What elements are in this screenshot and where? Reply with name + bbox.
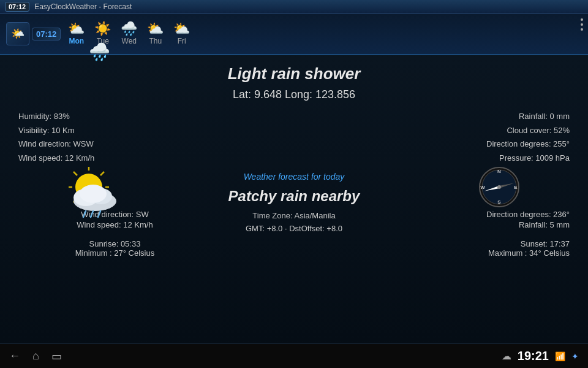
fri-icon: ⛅ [173, 22, 190, 36]
cloud-icon: ☁ [502, 350, 511, 362]
title-bar: 07:12 EasyClockWeather - Forecast [0, 0, 588, 13]
wind-direction: Wind direction: WSW [18, 138, 266, 150]
main-content: Light rain shower Lat: 9.648 Long: 123.8… [0, 55, 588, 343]
app-title: EasyClockWeather - Forecast [34, 2, 132, 11]
sunrise-section: Sunrise: 05:33 Minimum : 27° Celsius [18, 239, 211, 258]
bluetooth-icon: ✦ [571, 351, 579, 361]
home-button[interactable]: ⌂ [32, 350, 39, 362]
nav-bar: 🌤️ 07:12 ⛅ Mon ☀️ Tue 🌧️ Wed ⛅ Thu ⛅ Fri [0, 13, 588, 55]
sunset: Sunset: 17:37 [377, 239, 570, 248]
gmt: GMT: +8.0 · DstOffset: +8.0 [246, 223, 342, 236]
mon-icon: ⛅ [68, 22, 85, 36]
three-dot-menu[interactable] [581, 18, 583, 31]
system-bar: ← ⌂ ▭ ☁ 19:21 📶 ✦ [0, 343, 588, 368]
middle-section: Weather forecast for today N S E W [18, 172, 570, 182]
back-button[interactable]: ← [9, 350, 20, 362]
svg-line-14 [91, 211, 93, 217]
dot1 [581, 18, 583, 21]
humidity: Humidity: 83% [18, 110, 266, 123]
tue-icon: ☀️ [94, 22, 111, 36]
wifi-icon: 📶 [555, 351, 565, 361]
svg-text:W: W [480, 185, 485, 190]
dot2 [581, 23, 583, 26]
svg-text:N: N [497, 169, 501, 174]
svg-line-7 [100, 172, 104, 175]
rain-indicator: 🌧️ [89, 42, 110, 62]
direction-degrees: Direction degrees: 255° [322, 138, 570, 150]
rainfall: Rainfall: 0 mm [322, 110, 570, 123]
thu-icon: ⛅ [147, 22, 164, 36]
nav-day-thu[interactable]: ⛅ Thu [147, 22, 164, 45]
wed-icon: 🌧️ [121, 22, 137, 36]
nav-day-mon[interactable]: ⛅ Mon [68, 22, 85, 45]
stats-row-1: Humidity: 83% Visibility: 10 Km Wind dir… [18, 110, 570, 166]
dot3 [581, 28, 583, 31]
sunrise: Sunrise: 05:33 [18, 239, 211, 248]
stats-right-2: Direction degrees: 236° Rainfall: 5 mm [377, 210, 570, 236]
min-temp: Minimum : 27° Celsius [18, 248, 211, 258]
weather-title: Light rain shower [18, 64, 570, 83]
svg-point-12 [80, 185, 107, 203]
svg-text:E: E [514, 185, 518, 190]
sys-nav-buttons: ← ⌂ ▭ [9, 350, 62, 363]
nav-day-wed[interactable]: 🌧️ Wed [121, 22, 137, 45]
direction-degrees-2: Direction degrees: 236° [377, 210, 570, 219]
thu-label: Thu [149, 37, 162, 45]
svg-line-5 [74, 172, 77, 175]
timezone: Time Zone: Asia/Manila [246, 210, 342, 223]
pressure: Pressure: 1009 hPa [322, 152, 570, 164]
sys-status: ☁ 19:21 📶 ✦ [502, 349, 579, 363]
stats-right-1: Rainfall: 0 mm Cloud cover: 52% Directio… [322, 110, 570, 166]
stats-left-1: Humidity: 83% Visibility: 10 Km Wind dir… [18, 110, 266, 166]
max-temp: Maximum : 34° Celsius [377, 248, 570, 258]
svg-text:S: S [497, 199, 501, 205]
weather-image [55, 166, 135, 223]
svg-line-13 [83, 211, 86, 217]
wind-speed: Wind speed: 12 Km/h [18, 152, 266, 164]
nav-day-fri[interactable]: ⛅ Fri [173, 22, 190, 45]
system-time: 19:21 [518, 349, 549, 363]
sunset-section: Sunset: 17:37 Maximum : 34° Celsius [377, 239, 570, 258]
sunrise-sunset-row: Sunrise: 05:33 Minimum : 27° Celsius Sun… [18, 239, 570, 258]
coordinates: Lat: 9.648 Long: 123.856 [18, 88, 570, 101]
svg-line-15 [98, 211, 100, 217]
stats-center-2: Time Zone: Asia/Manila GMT: +8.0 · DstOf… [246, 210, 342, 236]
forecast-link[interactable]: Weather forecast for today [244, 172, 345, 182]
fri-label: Fri [178, 37, 186, 45]
rainfall-2: Rainfall: 5 mm [377, 220, 570, 229]
weather-widget-icon: 🌤️ [6, 22, 29, 45]
visibility: Visibility: 10 Km [18, 125, 266, 137]
mon-label: Mon [69, 37, 84, 45]
compass-container: N S E W [478, 166, 521, 211]
clock-widget: 07:12 [32, 28, 61, 40]
svg-point-24 [497, 185, 501, 189]
title-time: 07:12 [5, 2, 29, 12]
recent-button[interactable]: ▭ [51, 350, 62, 363]
cloud-cover: Cloud cover: 52% [322, 125, 570, 137]
wed-label: Wed [122, 37, 137, 45]
